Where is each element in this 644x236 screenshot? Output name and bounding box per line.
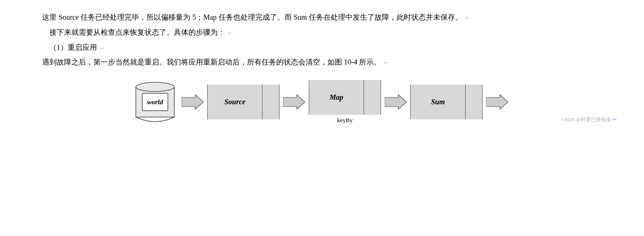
return-3: ← (99, 44, 105, 51)
content-area: 这里 Source 任务已经处理完毕，所以偏移量为 5；Map 任务也处理完成了… (27, 11, 617, 124)
sum-side (466, 85, 482, 119)
arrow-3 (385, 94, 407, 110)
keyby-label: keyBy (337, 117, 353, 124)
paragraph-1-text: 这里 Source 任务已经处理完毕，所以偏移量为 5；Map 任务也处理完成了… (42, 13, 462, 21)
list-item-1: （1）重启应用 ← (27, 41, 617, 54)
source-node: Source (207, 85, 279, 119)
sum-label: Sum (411, 85, 466, 119)
map-box: Map (309, 80, 381, 115)
watermark: CSDN @轩袤已逝铭崖 ↩ (562, 116, 617, 123)
svg-marker-4 (283, 95, 305, 109)
svg-point-1 (136, 82, 174, 91)
source-label: Source (208, 85, 263, 119)
return-4: ← (383, 59, 389, 66)
diagram: world Source Map (27, 80, 617, 124)
svg-marker-6 (486, 95, 508, 109)
world-label: world (147, 98, 163, 106)
arrow-1 (182, 94, 204, 110)
arrow-2 (283, 94, 305, 110)
map-label: Map (309, 80, 364, 115)
arrow-4 (486, 94, 508, 110)
source-side (263, 85, 279, 119)
source-box: Source (207, 85, 279, 119)
list-item-1-text: （1）重启应用 (49, 43, 97, 51)
paragraph-1: 这里 Source 任务已经处理完毕，所以偏移量为 5；Map 任务也处理完成了… (27, 11, 617, 24)
svg-marker-5 (385, 95, 407, 109)
map-node: Map keyBy (309, 80, 381, 124)
paragraph-4: 遇到故障之后，第一步当然就是重启。我们将应用重新启动后，所有任务的状态会清空，如… (27, 56, 617, 69)
paragraph-4-text: 遇到故障之后，第一步当然就是重启。我们将应用重新启动后，所有任务的状态会清空，如… (42, 58, 381, 66)
world-node: world (132, 81, 178, 123)
map-side (364, 80, 381, 115)
sum-box: Sum (410, 85, 483, 119)
paragraph-2: 接下来就需要从检查点来恢复状态了。具体的步骤为： ← (27, 26, 617, 39)
watermark-arrow: ↩ (612, 117, 617, 122)
return-2: ← (227, 29, 233, 36)
paragraph-2-text: 接下来就需要从检查点来恢复状态了。具体的步骤为： (49, 28, 225, 36)
watermark-text: CSDN @轩袤已逝铭崖 (562, 117, 611, 122)
return-1: ← (464, 14, 471, 21)
world-cylinder: world (132, 81, 178, 123)
sum-node: Sum (410, 85, 483, 119)
svg-marker-3 (182, 95, 204, 109)
